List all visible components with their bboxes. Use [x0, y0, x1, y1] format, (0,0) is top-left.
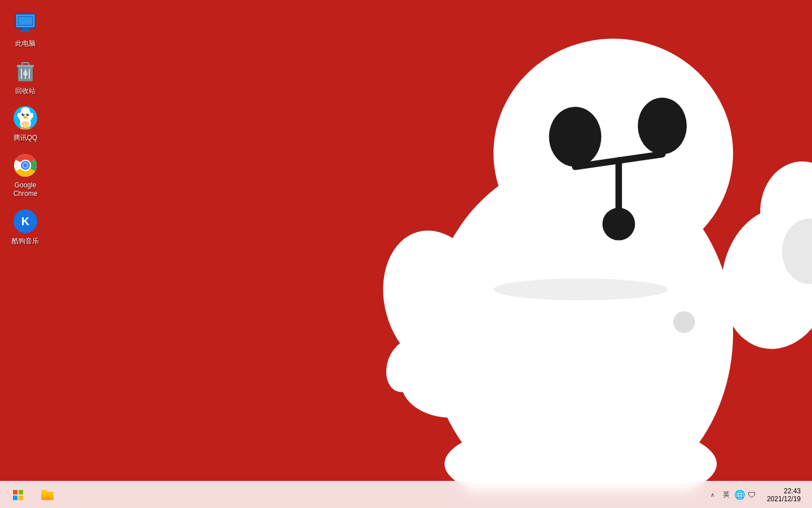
svg-text:K: K [21, 215, 30, 227]
shield-icon: 🛡 [748, 490, 756, 500]
svg-point-47 [21, 107, 30, 114]
svg-rect-26 [20, 30, 31, 32]
chrome-icon-label: Google Chrome [3, 181, 48, 199]
qq-icon [13, 106, 38, 130]
windows-logo-icon [13, 490, 23, 500]
baymax-illustration [321, 17, 812, 491]
chevron-up-icon: ∧ [710, 492, 714, 498]
system-tray: ∧ 英 🌐 🛡 [704, 491, 761, 500]
folder-body [41, 492, 54, 500]
taskbar: ∧ 英 🌐 🛡 22:43 2021/12/19 [0, 481, 812, 508]
security-button[interactable]: 🛡 [748, 491, 757, 500]
svg-point-46 [26, 127, 30, 129]
desktop: 此电脑 ♻ 回收站 [0, 0, 812, 508]
svg-point-41 [28, 113, 29, 115]
win-logo-blue [13, 496, 17, 500]
folder-icon [41, 490, 54, 500]
desktop-icon-chrome[interactable]: Google Chrome [0, 147, 51, 203]
svg-rect-34 [22, 63, 29, 65]
win-logo-yellow [19, 496, 23, 500]
svg-point-22 [673, 311, 695, 333]
clock-date: 2021/12/19 [767, 495, 801, 503]
win-logo-green [19, 490, 23, 494]
file-explorer-button[interactable] [34, 481, 61, 509]
clock[interactable]: 22:43 2021/12/19 [762, 487, 805, 503]
svg-point-45 [20, 127, 25, 129]
globe-icon: 🌐 [734, 489, 745, 500]
kuwo-icon: K [13, 209, 38, 234]
chrome-icon [13, 153, 38, 178]
input-method-button[interactable]: 🌐 [735, 491, 744, 500]
desktop-icons: 此电脑 ♻ 回收站 [0, 0, 56, 256]
qq-icon-label: 腾讯QQ [14, 134, 38, 143]
win-logo-red [13, 490, 17, 494]
svg-point-17 [401, 347, 499, 418]
show-hidden-icons-button[interactable]: ∧ [708, 491, 717, 500]
language-indicator[interactable]: 英 [721, 491, 732, 500]
svg-rect-28 [19, 17, 32, 25]
desktop-icon-recycle[interactable]: ♻ 回收站 [0, 53, 51, 100]
recycle-bin-icon: ♻ [13, 59, 38, 84]
svg-point-10 [602, 208, 635, 240]
svg-point-55 [23, 163, 28, 168]
language-label: 英 [723, 490, 730, 500]
svg-point-7 [638, 98, 687, 154]
desktop-icon-kuwo[interactable]: K 酷狗音乐 [0, 203, 51, 251]
start-button[interactable] [5, 481, 32, 509]
taskbar-right: ∧ 英 🌐 🛡 22:43 2021/12/19 [704, 487, 812, 503]
desktop-icon-qq[interactable]: 腾讯QQ [0, 100, 51, 147]
svg-point-6 [549, 107, 602, 167]
computer-icon [13, 11, 38, 36]
svg-point-44 [21, 121, 29, 128]
recycle-icon-label: 回收站 [15, 87, 36, 96]
desktop-icon-computer[interactable]: 此电脑 [0, 6, 51, 53]
computer-icon-label: 此电脑 [15, 40, 36, 49]
taskbar-left [0, 481, 61, 509]
svg-text:♻: ♻ [23, 70, 28, 77]
kuwo-icon-label: 酷狗音乐 [12, 237, 39, 246]
svg-rect-25 [22, 28, 29, 30]
clock-time: 22:43 [784, 487, 801, 495]
svg-point-42 [24, 116, 28, 119]
svg-point-11 [493, 278, 668, 300]
